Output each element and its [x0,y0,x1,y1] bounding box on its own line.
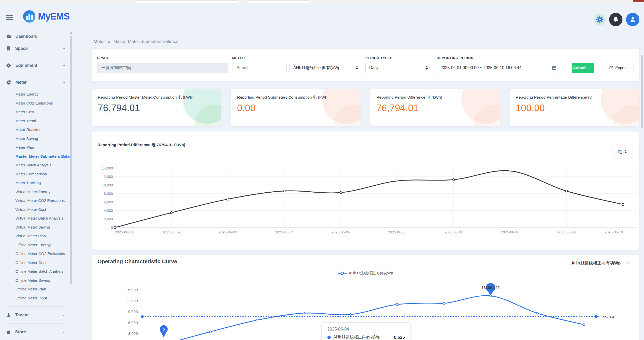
building-icon [6,46,11,51]
sidebar-item-store[interactable]: Store [0,326,72,338]
sidebar-subitem[interactable]: Virtual Meter CO2 Emissions [0,196,72,205]
period-type-select[interactable]: Daily [365,63,432,73]
sidebar-item-equipment[interactable]: Equipment [0,59,72,71]
sidebar-item-label: Store [15,329,26,334]
page-scrollbar[interactable] [641,55,643,128]
sidebar-scroll-up-arrow[interactable] [70,32,72,34]
svg-text:7679.4: 7679.4 [602,315,614,319]
sidebar-subitem[interactable]: Offline Meter Plan [0,285,72,294]
export-button[interactable]: Export [602,63,634,73]
settings-gear-icon[interactable] [594,14,606,25]
svg-text:8,000: 8,000 [104,192,113,196]
person-icon [6,313,11,317]
meter-select[interactable]: AHb11进线柜正向有功Wp [289,63,362,73]
sidebar-item-label: Dashboard [15,34,37,39]
sidebar-subitem[interactable]: Virtual Meter Cost [0,205,72,214]
breadcrumb-meter[interactable]: Meter [94,39,105,44]
sidebar-subitem[interactable]: Virtual Meter Saving [0,223,72,232]
sidebar-subitem[interactable]: Offline Meter Saving [0,276,72,285]
svg-text:2025-06-09: 2025-06-09 [557,230,576,234]
sidebar-subitem[interactable]: Offline Meter Energy [0,241,72,250]
stat-card: Reporting Period Master Meter Consumptio… [92,89,221,126]
stat-card-value: 76,794.01 [376,103,494,114]
chevron-down-icon [62,47,66,50]
sidebar-item-space[interactable]: Space [0,42,72,54]
svg-text:0: 0 [111,225,113,230]
filter-panel: SPACE METER AHb11进线柜正向有功Wp PERIOD TYPES … [92,49,639,81]
svg-text:12,000: 12,000 [102,175,113,179]
submit-button[interactable]: Submit [572,63,594,73]
sidebar-item-meter[interactable]: Meter [0,76,72,88]
sidebar-subitem[interactable]: Meter Batch Analysis [0,161,72,170]
sidebar-subitem[interactable]: Virtual Meter Batch Analysis [0,214,72,223]
svg-text:2025-06-10: 2025-06-10 [604,230,623,234]
app-window: MyEMS Dashboard [0,3,644,340]
sidebar-subitem[interactable]: Offline Meter Input [0,294,72,303]
svg-text:2025-06-07: 2025-06-07 [444,230,463,234]
difference-line-chart[interactable]: 02,0004,0006,0008,00010,00012,00014,0002… [92,131,639,250]
chevron-down-icon [62,330,66,334]
export-label: Export [615,65,627,70]
sidebar-item-label: Equipment [15,63,37,68]
reporting-period-value: 2025-06-01 00:00:00 ~ 2025-06-10 16:06:4… [441,65,521,70]
sidebar-subitem[interactable]: Meter Tracking [0,178,72,187]
sidebar-subitem[interactable]: Meter Energy [0,90,72,99]
hamburger-menu-icon[interactable] [6,15,13,21]
sidebar-item-tenant[interactable]: Tenant [0,309,72,321]
sidebar-subitem[interactable]: Meter Plan [0,143,72,152]
sidebar-subitem[interactable]: Meter Cost [0,108,72,117]
period-types-label: PERIOD TYPES [365,56,393,60]
notifications-bell-icon[interactable] [609,13,622,26]
sidebar-item-label: Tenant [15,313,29,317]
svg-text:0: 0 [163,327,165,332]
sidebar-divider [6,323,66,324]
svg-text:2025-06-03: 2025-06-03 [219,230,237,234]
shopping-bag-icon [6,329,11,334]
browser-chrome-fragment [633,0,644,2]
sidebar-item-dashboard[interactable]: Dashboard [0,30,72,42]
brand[interactable]: MyEMS [23,10,70,23]
myems-logo-icon [23,10,35,23]
tooltip-series-dot [327,336,331,339]
reporting-period-picker[interactable]: 2025-06-01 00:00:00 ~ 2025-06-10 16:06:4… [437,63,560,73]
chevron-up-icon [62,81,66,84]
sidebar-subitem[interactable]: Offline Meter CO2 Emissions [0,249,72,258]
stat-card: Reporting Period Percentage Difference(%… [510,89,639,126]
svg-text:2025-06-06: 2025-06-06 [388,230,406,234]
calendar-icon [552,65,557,70]
browser-chrome [0,0,644,3]
svg-text:2025-06-05: 2025-06-05 [331,230,350,234]
sidebar-subitem[interactable]: Meter Trend [0,117,72,126]
tooltip-date: 2025-06-04 [327,327,405,332]
updown-arrows-icon [425,66,428,70]
difference-chart-card: Reporting Period Difference 电 76794.01 (… [92,131,639,250]
breadcrumb-current: Master Meter Submeters Balance [113,39,178,44]
sidebar-divider [6,74,66,74]
pie-chart-icon [6,80,11,85]
sidebar-scrollbar[interactable] [70,36,72,284]
sidebar-item-label: Space [15,46,28,51]
sidebar-subitem[interactable]: Virtual Meter Energy [0,187,72,196]
stat-card-label: Reporting Period Percentage Difference(%… [516,95,633,100]
meter-submenu: Meter EnergyMeter CO2 EmissionsMeter Cos… [0,88,72,304]
meter-search-input[interactable] [232,63,287,73]
chevron-down-icon [62,313,66,317]
space-input[interactable] [97,63,228,73]
svg-text:12,000: 12,000 [126,299,138,303]
stat-card-label: Reporting Period Master Meter Consumptio… [98,95,215,100]
stat-card-value: 100.00 [516,103,633,114]
sidebar-subitem[interactable]: Master Meter Submeters Balance [0,152,72,161]
sidebar-divider [6,306,66,307]
sidebar-subitem[interactable]: Meter CO2 Emissions [0,99,72,108]
sidebar-subitem[interactable]: Offline Meter Cost [0,258,72,267]
stat-card-label: Reporting Period Submeters Consumption 电… [237,95,354,100]
user-avatar[interactable] [626,13,639,26]
svg-text:14,000: 14,000 [102,166,113,170]
stat-card-value: 0.00 [237,103,354,114]
sidebar-subitem[interactable]: Meter Realtime [0,125,72,134]
sidebar-subitem[interactable]: Offline Meter Batch Analysis [0,267,72,276]
sidebar-subitem[interactable]: Virtual Meter Plan [0,232,72,241]
chevron-down-icon [62,64,66,67]
sidebar-subitem[interactable]: Meter Saving [0,134,72,143]
sidebar-subitem[interactable]: Meter Comparison [0,170,72,179]
